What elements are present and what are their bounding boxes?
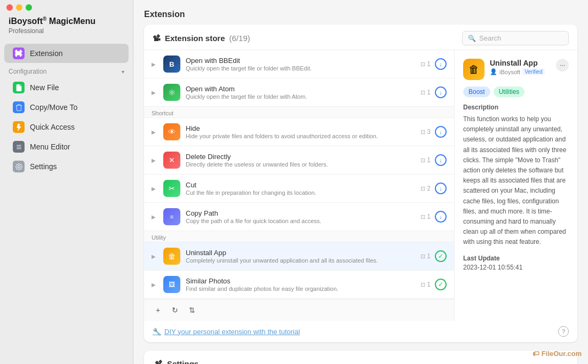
count-icon: ⊡ [420, 129, 425, 136]
traffic-light-maximize[interactable] [26, 4, 32, 11]
expand-arrow-icon: ▶ [152, 90, 158, 96]
search-icon: 🔍 [468, 35, 476, 42]
watermark: 🏷 FileOur.com [533, 350, 582, 358]
main-body: 📽 Extension store (6/19) 🔍 ▶ B Op [133, 25, 588, 364]
diy-link[interactable]: 🔧 DIY your personal extension with the t… [153, 328, 300, 336]
watermark-text: FileOur.com [542, 350, 582, 358]
sidebar-item-label-new-file: New File [30, 83, 59, 92]
sidebar: iBoysoft® MagicMenu Professional Extensi… [0, 0, 133, 364]
list-item[interactable]: ▶ ≡ Copy Path Copy the path of a file fo… [144, 203, 454, 231]
ext-desc: Quickly open the target file or folder w… [186, 65, 415, 72]
ext-name: Uninstall App [186, 249, 415, 257]
diy-text: DIY your personal extension with the tut… [164, 328, 300, 336]
filter-button[interactable]: ⇅ [186, 304, 198, 316]
section-label-shortcut: Shortcut [144, 107, 454, 118]
list-item[interactable]: ▶ ⚛ Open with Atom Quickly open the targ… [144, 78, 454, 107]
list-item[interactable]: ▶ B Open with BBEdit Quickly open the ta… [144, 50, 454, 78]
delete-icon: ✕ [163, 152, 180, 169]
ext-meta: ⊡ 1 ↓ [420, 154, 447, 166]
sidebar-item-settings[interactable]: Settings [4, 157, 129, 176]
more-options-button[interactable]: ··· [556, 59, 569, 72]
store-title: 📽 Extension store (6/19) [153, 34, 250, 43]
ext-meta: ⊡ 2 ↓ [420, 183, 447, 194]
ext-name: Hide [186, 124, 415, 132]
expand-arrow-icon: ▶ [152, 254, 158, 259]
detail-panel: 🗑 Uninstall App 👤 iBoysoft Verified ··· [455, 50, 577, 321]
sidebar-item-quick-access[interactable]: Quick Access [4, 117, 129, 137]
app-title: iBoysoft® MagicMenu [0, 16, 133, 27]
expand-arrow-icon: ▶ [152, 282, 158, 288]
ext-info: Cut Cut the file in preparation for chan… [186, 181, 415, 196]
installed-check: ✓ [435, 250, 447, 262]
download-button[interactable]: ↓ [435, 126, 447, 138]
help-button[interactable]: ? [558, 326, 569, 337]
menu-icon [13, 141, 25, 153]
extension-store-panel: 📽 Extension store (6/19) 🔍 ▶ B Op [144, 25, 577, 342]
settings-title: 📽 Settings [155, 359, 567, 364]
ext-count: ⊡ 1 [420, 252, 431, 260]
settings-panel: 📽 Settings Enable auto-updates for exten… [144, 351, 577, 364]
app-subtitle: Professional [0, 27, 133, 41]
ext-info: Delete Directly Directly delete the usel… [186, 153, 415, 168]
config-label: Configuration [9, 68, 46, 75]
ext-count: ⊡ 1 [420, 89, 431, 96]
ext-count: ⊡ 3 [420, 128, 431, 136]
photos-icon: 🖼 [163, 276, 180, 293]
search-input[interactable] [479, 34, 563, 42]
download-arrow-icon: ↓ [439, 89, 442, 96]
traffic-lights [0, 0, 133, 11]
list-item[interactable]: ▶ 🖼 Similar Photos Find similar and dupl… [144, 271, 454, 299]
ext-meta: ⊡ 1 ✓ [420, 279, 447, 290]
ext-count: ⊡ 1 [420, 156, 431, 164]
list-item[interactable]: ▶ 👁 Hide Hide your private files and fol… [144, 118, 454, 146]
sidebar-item-menu-editor[interactable]: Menu Editor [4, 137, 129, 156]
download-arrow-icon: ↓ [439, 157, 442, 163]
download-button[interactable]: ↓ [435, 58, 447, 70]
download-button[interactable]: ↓ [435, 211, 447, 223]
count-icon: ⊡ [420, 253, 425, 260]
last-update-label: Last Update [463, 255, 569, 262]
configuration-header[interactable]: Configuration ▾ [0, 64, 133, 77]
sidebar-item-new-file[interactable]: New File [4, 78, 129, 97]
expand-arrow-icon: ▶ [152, 61, 158, 67]
store-body: ▶ B Open with BBEdit Quickly open the ta… [144, 50, 577, 321]
tag-utilities: Utilities [494, 86, 525, 97]
ext-name: Cut [186, 181, 415, 189]
ext-info: Open with Atom Quickly open the target f… [186, 85, 415, 100]
download-button[interactable]: ↓ [435, 183, 447, 194]
sidebar-item-copy-move[interactable]: Copy/Move To [4, 98, 129, 117]
cut-icon: ✂ [163, 180, 180, 197]
chevron-down-icon: ▾ [122, 69, 124, 75]
ext-count: ⊡ 1 [420, 213, 431, 220]
sidebar-item-extension[interactable]: Extension [4, 44, 129, 63]
verified-badge: Verified [522, 68, 544, 75]
download-button[interactable]: ↓ [435, 154, 447, 166]
count-icon: ⊡ [420, 89, 425, 96]
list-item-selected[interactable]: ▶ 🗑 Uninstall App Completely uninstall y… [144, 242, 454, 271]
ext-info: Similar Photos Find similar and duplicat… [186, 277, 415, 292]
ext-meta: ⊡ 1 ✓ [420, 250, 447, 262]
sidebar-nav: Extension Configuration ▾ New File Copy/… [0, 41, 133, 179]
download-button[interactable]: ↓ [435, 86, 447, 98]
sidebar-item-label-copy-move: Copy/Move To [30, 103, 77, 112]
add-button[interactable]: + [152, 304, 164, 316]
store-count: (6/19) [229, 34, 250, 43]
expand-arrow-icon: ▶ [152, 157, 158, 163]
store-title-text: Extension store [165, 34, 225, 43]
ext-meta: ⊡ 3 ↓ [420, 126, 447, 138]
refresh-button[interactable]: ↻ [169, 304, 181, 316]
extension-list: ▶ B Open with BBEdit Quickly open the ta… [144, 50, 455, 321]
sidebar-item-label-quick-access: Quick Access [30, 123, 75, 131]
traffic-light-close[interactable] [6, 4, 13, 11]
detail-app-header: 🗑 Uninstall App 👤 iBoysoft Verified ··· [463, 59, 569, 80]
search-box[interactable]: 🔍 [462, 31, 569, 45]
list-item[interactable]: ▶ ✕ Delete Directly Directly delete the … [144, 146, 454, 175]
ext-desc: Cut the file in preparation for changing… [186, 189, 415, 196]
uninstall-icon: 🗑 [163, 248, 180, 265]
detail-app-author: 👤 iBoysoft Verified [490, 68, 551, 75]
traffic-light-minimize[interactable] [16, 4, 22, 11]
list-item[interactable]: ▶ ✂ Cut Cut the file in preparation for … [144, 175, 454, 203]
store-header: 📽 Extension store (6/19) 🔍 [144, 25, 577, 50]
ext-count: ⊡ 2 [420, 185, 431, 192]
description-label: Description [463, 104, 569, 111]
